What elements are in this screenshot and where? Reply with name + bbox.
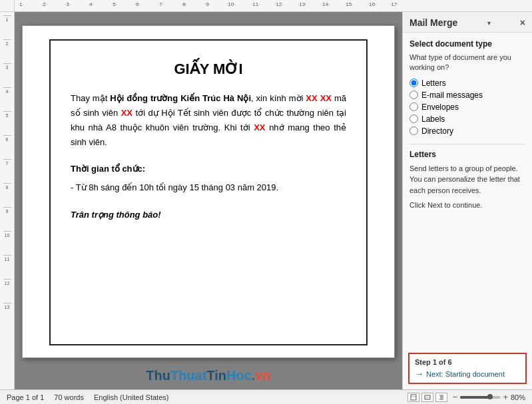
page-inner: GIẤY MỜI Thay mặt Hội đồng trường Kiến T…: [49, 39, 368, 345]
radio-email-input[interactable]: [409, 91, 418, 99]
word-count: 70 words: [54, 393, 84, 401]
ruler-corner: [0, 0, 15, 11]
document-type-radio-group: Letters E-mail messages Envelopes Labels…: [409, 79, 525, 136]
watermark-hoc: Hoc: [226, 368, 252, 383]
placeholder-id: XX: [121, 108, 133, 118]
select-doc-type-header: Select document type: [409, 39, 525, 49]
placeholder-location: XX: [254, 122, 265, 132]
radio-labels-input[interactable]: [409, 114, 418, 123]
radio-envelopes-label: Envelopes: [421, 102, 459, 112]
ruler-mark-6: 6: [3, 135, 11, 159]
radio-envelopes-input[interactable]: [409, 102, 418, 111]
body-paragraph: Thay mặt Hội đồng trường Kiến Trúc Hà Nộ…: [71, 91, 346, 150]
letters-section-header: Letters: [409, 150, 525, 159]
document-title: GIẤY MỜI: [71, 61, 346, 78]
page-info: Page 1 of 1: [7, 393, 44, 401]
radio-labels-label: Labels: [421, 114, 445, 124]
mail-merge-panel: Mail Merge ▾ × Select document type What…: [402, 12, 532, 389]
ruler-mark-10: 10: [3, 231, 11, 255]
main-layout: 1 2 3 4 5 6 7 8 9 10 11 12 13 GIẤY MỜI T…: [0, 12, 532, 389]
ruler-mark-9: 9: [3, 207, 11, 231]
view-web-icon[interactable]: [421, 393, 433, 402]
letters-desc: Send letters to a group of people. You c…: [409, 163, 525, 196]
ruler-mark-12: 12: [3, 279, 11, 303]
watermark-thuat: Thuat: [170, 368, 206, 383]
zoom-minus-button[interactable]: −: [453, 393, 458, 401]
status-bar: Page 1 of 1 70 words English (United Sta…: [0, 389, 532, 404]
panel-title: Mail Merge: [409, 17, 457, 28]
view-outline-icon[interactable]: [435, 393, 447, 402]
top-ruler-area: ·1· ·2· ·3· ·4· ·5· ·6· ·7· ·8· ·9· ·10·…: [0, 0, 532, 12]
radio-directory-label: Directory: [421, 126, 453, 136]
document-page: GIẤY MỜI Thay mặt Hội đồng trường Kiến T…: [22, 25, 395, 358]
ruler-mark-2: 2: [3, 39, 11, 63]
panel-content: Select document type What type of docume…: [403, 33, 532, 347]
svg-rect-0: [411, 395, 416, 400]
left-ruler: 1 2 3 4 5 6 7 8 9 10 11 12 13: [0, 12, 15, 389]
panel-close-button[interactable]: ×: [520, 17, 525, 28]
radio-envelopes[interactable]: Envelopes: [409, 102, 525, 112]
watermark-vn: vn: [255, 368, 270, 383]
watermark-thu: Thu: [146, 368, 170, 383]
zoom-slider[interactable]: [460, 396, 500, 399]
view-print-icon[interactable]: [407, 393, 419, 402]
zoom-level: 80%: [511, 393, 525, 401]
panel-header: Mail Merge ▾ ×: [403, 12, 532, 33]
language-info: English (United States): [94, 393, 169, 401]
step-next-label: Next: Starting document: [426, 370, 505, 378]
radio-letters-label: Letters: [421, 79, 446, 88]
ruler-mark-11: 11: [3, 255, 11, 279]
placeholder-name: XX XX: [306, 93, 332, 103]
top-ruler: ·1· ·2· ·3· ·4· ·5· ·6· ·7· ·8· ·9· ·10·…: [15, 0, 532, 11]
ruler-mark-1: 1: [3, 15, 11, 39]
radio-letters-input[interactable]: [409, 79, 418, 87]
radio-labels[interactable]: Labels: [409, 114, 525, 124]
document-body: Thay mặt Hội đồng trường Kiến Trúc Hà Nộ…: [71, 91, 346, 222]
click-next-text: Click Next to continue.: [409, 201, 525, 209]
step-label: Step 1 of 6: [415, 358, 520, 366]
radio-email-label: E-mail messages: [421, 91, 483, 100]
panel-dropdown-icon[interactable]: ▾: [487, 19, 491, 27]
zoom-plus-button[interactable]: +: [503, 393, 508, 401]
doc-area: GIẤY MỜI Thay mặt Hội đồng trường Kiến T…: [15, 12, 402, 389]
ruler-mark-7: 7: [3, 159, 11, 183]
ruler-mark-4: 4: [3, 87, 11, 111]
ruler-mark-8: 8: [3, 183, 11, 207]
ruler-mark-3: 3: [3, 63, 11, 87]
watermark-tin: Tin: [206, 368, 226, 383]
step-arrow-icon: →: [415, 369, 423, 379]
bold-text-1: Hội đồng trường Kiến Trúc Hà Nội: [110, 93, 251, 103]
radio-letters[interactable]: Letters: [409, 79, 525, 88]
zoom-control: − + 80%: [453, 393, 525, 401]
step-footer: Step 1 of 6 → Next: Starting document: [408, 353, 527, 384]
section-divider: [409, 144, 525, 144]
radio-directory[interactable]: Directory: [409, 126, 525, 136]
left-ruler-numbers: 1 2 3 4 5 6 7 8 9 10 11 12 13: [3, 15, 11, 327]
select-doc-type-desc: What type of document are you working on…: [409, 53, 525, 73]
view-icons: [407, 393, 447, 402]
radio-directory-input[interactable]: [409, 126, 418, 135]
watermark: ThuThuatTinHoc.vn: [146, 368, 270, 383]
ruler-mark-5: 5: [3, 111, 11, 135]
section-title: Thời gian tổ chức:: [71, 162, 346, 176]
radio-email[interactable]: E-mail messages: [409, 91, 525, 100]
status-right: − + 80%: [407, 393, 525, 402]
time-line: - Từ 8h sáng đến 10h tối ngày 15 tháng 0…: [71, 180, 346, 195]
closing-text: Trân trọng thông báo!: [71, 208, 346, 222]
ruler-mark-13: 13: [3, 303, 11, 327]
step-next-link[interactable]: → Next: Starting document: [415, 369, 520, 379]
